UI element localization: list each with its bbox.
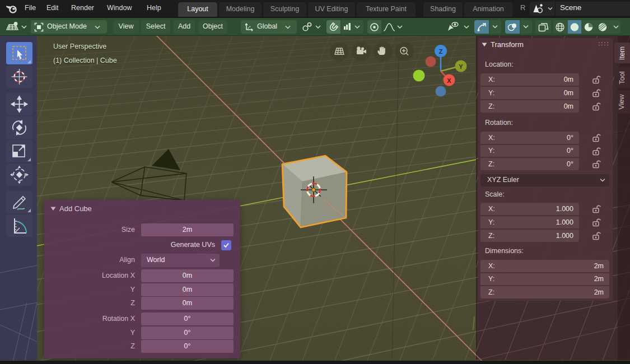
svg-text:Y: Y: [459, 63, 463, 70]
svg-text:Z: Z: [438, 48, 442, 55]
svg-text:X: X: [447, 77, 451, 84]
